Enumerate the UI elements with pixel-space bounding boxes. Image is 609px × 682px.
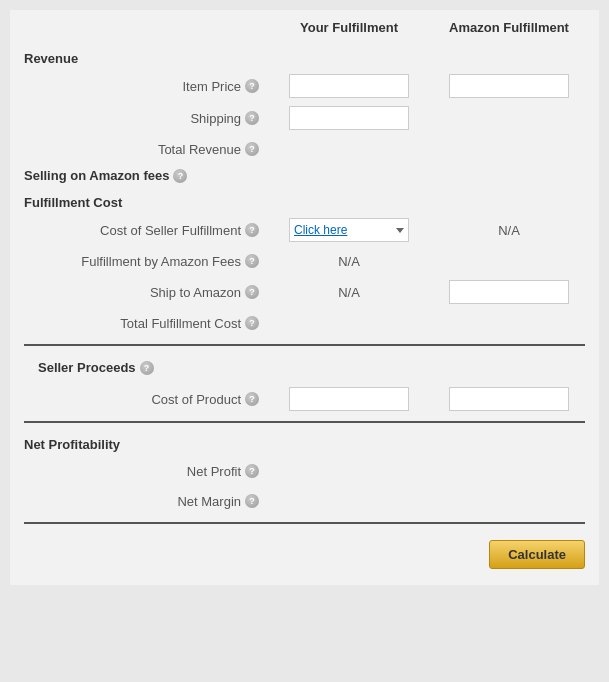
net-margin-info-icon[interactable]: ? [245, 494, 259, 508]
cost-seller-row: Cost of Seller Fulfillment ? Click here … [10, 214, 599, 246]
cost-of-product-your-input[interactable] [289, 387, 409, 411]
net-margin-label: Net Margin ? [20, 494, 269, 509]
total-revenue-info-icon[interactable]: ? [245, 142, 259, 156]
cost-of-product-row: Cost of Product ? [10, 383, 599, 415]
ship-to-amazon-input[interactable] [449, 280, 569, 304]
net-profit-label: Net Profit ? [20, 464, 269, 479]
fba-fees-your-na: N/A [338, 254, 360, 269]
shipping-your-input[interactable] [289, 106, 409, 130]
shipping-row: Shipping ? [10, 102, 599, 134]
click-here-link[interactable]: Click here [294, 223, 347, 237]
ship-to-amazon-amazon [429, 280, 589, 304]
seller-proceeds-row: Seller Proceeds ? [10, 352, 599, 383]
fba-fees-row: Fulfillment by Amazon Fees ? N/A [10, 246, 599, 276]
selling-fees-label: Selling on Amazon fees ? [24, 168, 187, 183]
cost-seller-label: Cost of Seller Fulfillment ? [20, 223, 269, 238]
fba-fees-your: N/A [269, 254, 429, 269]
cost-of-product-amazon-input[interactable] [449, 387, 569, 411]
your-fulfillment-header: Your Fulfillment [269, 20, 429, 35]
seller-proceeds-info-icon[interactable]: ? [140, 361, 154, 375]
shipping-your [269, 106, 429, 130]
item-price-label: Item Price ? [20, 79, 269, 94]
selling-fees-info-icon[interactable]: ? [173, 169, 187, 183]
total-revenue-label: Total Revenue ? [20, 142, 269, 157]
cost-of-product-info-icon[interactable]: ? [245, 392, 259, 406]
item-price-amazon-input[interactable] [449, 74, 569, 98]
total-fulfillment-row: Total Fulfillment Cost ? [10, 308, 599, 338]
item-price-amazon [429, 74, 589, 98]
net-profit-info-icon[interactable]: ? [245, 464, 259, 478]
cost-seller-amazon-na: N/A [498, 223, 520, 238]
divider-2 [24, 421, 585, 423]
net-profit-row: Net Profit ? [10, 456, 599, 486]
item-price-row: Item Price ? [10, 70, 599, 102]
item-price-your-input[interactable] [289, 74, 409, 98]
total-fulfillment-info-icon[interactable]: ? [245, 316, 259, 330]
item-price-your [269, 74, 429, 98]
cost-of-product-amazon [429, 387, 589, 411]
shipping-label: Shipping ? [20, 111, 269, 126]
cost-of-product-label: Cost of Product ? [20, 392, 269, 407]
fba-fees-label: Fulfillment by Amazon Fees ? [20, 254, 269, 269]
net-margin-row: Net Margin ? [10, 486, 599, 516]
header-row: Your Fulfillment Amazon Fulfillment [10, 20, 599, 43]
item-price-info-icon[interactable]: ? [245, 79, 259, 93]
cost-seller-amazon: N/A [429, 223, 589, 238]
ship-to-amazon-your: N/A [269, 285, 429, 300]
cost-seller-info-icon[interactable]: ? [245, 223, 259, 237]
revenue-section-label: Revenue [10, 43, 599, 70]
calculate-row: Calculate [10, 530, 599, 575]
divider-1 [24, 344, 585, 346]
shipping-info-icon[interactable]: ? [245, 111, 259, 125]
selling-fees-row: Selling on Amazon fees ? [10, 164, 599, 187]
ship-to-amazon-your-na: N/A [338, 285, 360, 300]
cost-of-product-your [269, 387, 429, 411]
cost-seller-your: Click here [269, 218, 429, 242]
ship-to-amazon-row: Ship to Amazon ? N/A [10, 276, 599, 308]
divider-3 [24, 522, 585, 524]
ship-to-amazon-info-icon[interactable]: ? [245, 285, 259, 299]
ship-to-amazon-label: Ship to Amazon ? [20, 285, 269, 300]
fulfillment-cost-label: Fulfillment Cost [10, 187, 599, 214]
amazon-fulfillment-header: Amazon Fulfillment [429, 20, 589, 35]
total-revenue-row: Total Revenue ? [10, 134, 599, 164]
fba-fees-info-icon[interactable]: ? [245, 254, 259, 268]
total-fulfillment-label: Total Fulfillment Cost ? [20, 316, 269, 331]
net-profitability-label: Net Profitability [10, 429, 599, 456]
dropdown-arrow-icon[interactable] [396, 228, 404, 233]
calculator-container: Your Fulfillment Amazon Fulfillment Reve… [10, 10, 599, 585]
click-here-wrapper[interactable]: Click here [289, 218, 409, 242]
calculate-button[interactable]: Calculate [489, 540, 585, 569]
seller-proceeds-section-label: Seller Proceeds [38, 360, 136, 375]
